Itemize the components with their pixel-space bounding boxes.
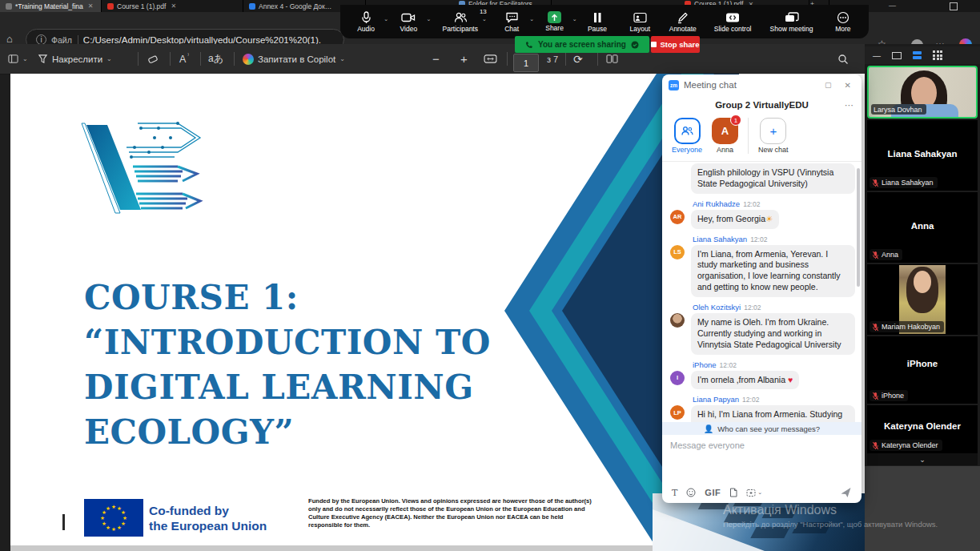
ask-copilot-label: Запитати в Copilot	[258, 54, 335, 64]
video-tile-iphone[interactable]: iPhone iPhone	[867, 336, 978, 404]
gif-icon[interactable]: GIF	[705, 488, 721, 497]
zoom-in-button[interactable]: +	[460, 44, 468, 74]
chat-message: I iPhone12:02 I'm ornela ,from Albania ♥	[670, 360, 855, 390]
fit-width-button[interactable]	[484, 44, 497, 74]
ask-copilot-button[interactable]: Запитати в Copilot ⌄	[243, 44, 345, 74]
title-line-4: ECOLOGY”	[84, 410, 532, 455]
emoji-icon[interactable]	[686, 488, 696, 497]
chat-messages[interactable]: English philology in VSPU (Vinnytsia Sta…	[662, 162, 862, 422]
video-tile-larysa[interactable]: Larysa Dovhan	[867, 66, 978, 119]
page-number-input[interactable]: 1	[513, 54, 539, 72]
layout-button[interactable]: Layout	[624, 11, 656, 33]
zoom-out-button[interactable]: −	[432, 44, 440, 74]
watermark-line1: Активація Windows	[723, 503, 938, 517]
draw-tool-button[interactable]: Накреслити ⌄	[38, 44, 112, 74]
minimize-strip-icon[interactable]: —	[873, 51, 881, 60]
wallpaper-key	[750, 527, 789, 538]
avatar: AR	[670, 210, 685, 224]
divider	[234, 52, 235, 66]
audio-button[interactable]: ⌄ Audio	[350, 11, 382, 33]
participants-video-panel: — Larysa Dovhan Liana Sahakyan Liana Sah…	[865, 44, 980, 551]
close-tab-icon[interactable]: ✕	[171, 2, 176, 10]
group-more-icon[interactable]: ⋯	[845, 100, 853, 111]
screenshot-icon[interactable]: ⌄	[746, 489, 762, 497]
video-strip-controls: —	[865, 46, 980, 64]
screen: *Training Material_fina ✕ Course 1 (1).p…	[0, 0, 980, 551]
divider	[507, 52, 508, 66]
eraser-button[interactable]	[147, 44, 159, 74]
chat-window-title: Meeting chat	[684, 80, 816, 90]
close-tab-icon[interactable]: ✕	[88, 2, 94, 10]
chevron-down-icon[interactable]: ⌄	[529, 16, 534, 22]
name-tag: Liana Sahakyan	[870, 177, 938, 188]
annotate-button[interactable]: Annotate	[667, 11, 699, 33]
zoom-app-icon: zm	[669, 80, 679, 90]
send-icon[interactable]	[840, 487, 852, 498]
chat-titlebar[interactable]: zm Meeting chat ▢ ✕	[662, 74, 862, 95]
speaker-view-icon[interactable]	[892, 52, 902, 59]
chat-tab-everyone[interactable]: Everyone	[672, 118, 702, 154]
meeting-chat-window: zm Meeting chat ▢ ✕ Group 2 VirtuallyEDU…	[662, 74, 862, 503]
message-input[interactable]: Message everyone	[662, 435, 862, 482]
strip-view-icon[interactable]	[913, 51, 922, 59]
more-ellipsis-icon	[837, 11, 849, 24]
name-tag: Larysa Dovhan	[871, 104, 926, 115]
tab-training-material[interactable]: *Training Material_fina ✕	[0, 0, 102, 12]
more-button[interactable]: More	[827, 11, 859, 33]
pause-icon	[592, 11, 602, 24]
video-tile-liana-sahakyan[interactable]: Liana Sahakyan Liana Sahakyan	[867, 120, 978, 191]
privacy-banner[interactable]: 👤 Who can see your messages?	[662, 422, 862, 435]
video-tile-anna[interactable]: Anna Anna	[867, 192, 978, 263]
chat-scrollbar[interactable]	[857, 168, 860, 287]
screen-sharing-banner: You are screen sharing	[515, 36, 649, 53]
collapse-strip-button[interactable]: ⌄	[867, 453, 978, 465]
chevron-down-icon[interactable]: ⌄	[384, 16, 388, 22]
chevron-down-icon: ⌄	[757, 489, 762, 496]
read-aloud-button[interactable]: A⁾	[179, 44, 189, 74]
chevron-down-icon[interactable]: ⌄	[572, 16, 577, 22]
shield-check-icon	[631, 41, 639, 49]
windows-activation-watermark: Активація Windows Перейдіть до розділу "…	[723, 503, 938, 529]
participants-button[interactable]: 13 ⌄ Participants	[436, 11, 485, 33]
video-button[interactable]: ⌄ Video	[392, 11, 424, 33]
translate-button[interactable]: aあ	[208, 44, 223, 74]
avatar: LP	[670, 405, 685, 420]
group-icon	[681, 126, 694, 136]
svg-text:★: ★	[106, 525, 110, 531]
file-icon[interactable]	[729, 488, 737, 497]
video-tile-mariam[interactable]: Mariam Hakobyan	[867, 264, 978, 335]
mic-muted-icon	[872, 441, 879, 450]
sidebar-toggle-icon[interactable]: ⌄	[8, 44, 28, 74]
tab-label: Course 1 (1).pdf	[117, 2, 166, 10]
chat-compose-toolbar: T GIF ⌄	[662, 482, 862, 503]
window-restore-button[interactable]	[950, 2, 958, 10]
chevron-down-icon[interactable]: ⌄	[427, 16, 432, 22]
maximize-icon[interactable]: ▢	[821, 81, 836, 89]
gallery-view-icon[interactable]	[933, 50, 942, 60]
doc-icon	[6, 3, 12, 10]
video-tile-kateryna[interactable]: Kateryna Olender Kateryna Olender	[867, 405, 978, 453]
chat-tab-new[interactable]: + New chat	[748, 118, 789, 154]
pause-button[interactable]: Pause	[581, 11, 613, 33]
share-button[interactable]: ⌄ Share	[539, 11, 571, 32]
stop-share-button[interactable]: Stop share	[651, 36, 700, 53]
chat-tab-anna[interactable]: A 1 Anna	[712, 118, 738, 154]
participants-icon	[453, 11, 468, 24]
chevron-down-icon[interactable]: ⌄	[482, 16, 487, 22]
chat-button[interactable]: ⌄ Chat	[496, 11, 528, 33]
close-icon[interactable]: ✕	[841, 81, 855, 90]
home-icon[interactable]: ⌂	[6, 33, 13, 45]
format-text-icon[interactable]: T	[672, 488, 677, 498]
participants-count-badge: 13	[480, 8, 487, 15]
svg-text:★: ★	[102, 521, 106, 527]
svg-text:★: ★	[111, 526, 116, 533]
search-icon[interactable]	[837, 44, 849, 74]
slide-control-button[interactable]: Slide control	[709, 11, 756, 33]
stop-share-label: Stop share	[660, 40, 699, 49]
tab-course1-pdf[interactable]: Course 1 (1).pdf ✕	[102, 0, 243, 12]
show-meeting-button[interactable]: Show meeting	[767, 11, 817, 33]
camera-icon	[401, 11, 416, 24]
window-minimize-button[interactable]: —	[889, 2, 896, 10]
virtuallyedu-logo	[78, 120, 215, 218]
meeting-toolbar: ⌄ Audio ⌄ Video 13 ⌄ Participants ⌄ Chat…	[340, 5, 869, 38]
